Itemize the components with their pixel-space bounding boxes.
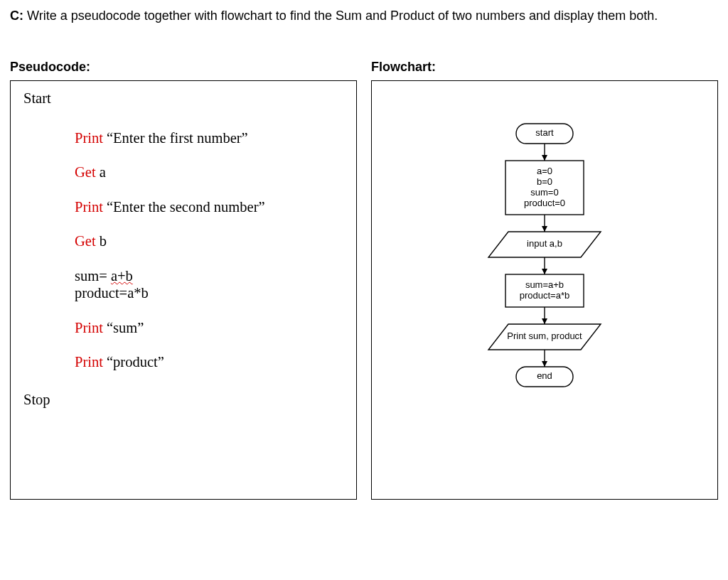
flowchart-svg: starta=0b=0sum=0product=0input a,bsum=a+…	[438, 117, 651, 451]
question-text: C: Write a pseudocode together with flow…	[10, 7, 718, 24]
svg-text:sum=0: sum=0	[530, 187, 558, 198]
keyword-print: Print	[75, 199, 103, 215]
svg-text:sum=a+b: sum=a+b	[525, 279, 564, 290]
svg-text:input a,b: input a,b	[527, 239, 562, 249]
keyword-get: Get	[75, 233, 96, 249]
keyword-print: Print	[75, 354, 103, 370]
text-sum-quoted: “sum”	[103, 320, 144, 335]
svg-text:start: start	[535, 128, 554, 139]
text-aplusb: a+b	[111, 268, 133, 284]
question-body: Write a pseudocode together with flowcha…	[27, 9, 658, 23]
keyword-print: Print	[75, 130, 103, 146]
pseudo-product-eq: product=a*b	[75, 286, 343, 301]
text-a: a	[96, 164, 106, 180]
text-enter-first: “Enter the first number”	[103, 130, 248, 146]
pseudo-sum-eq: sum= a+b	[75, 269, 343, 284]
pseudo-get-b: Get b	[75, 234, 343, 249]
svg-text:product=a*b: product=a*b	[520, 290, 569, 301]
pseudo-print-first: Print “Enter the first number”	[75, 131, 343, 146]
text-enter-second: “Enter the second number”	[103, 199, 265, 215]
text-product-quoted: “product”	[103, 354, 164, 370]
pseudo-print-product: Print “product”	[75, 355, 343, 370]
svg-text:Print sum, product: Print sum, product	[507, 331, 582, 342]
pseudo-print-second: Print “Enter the second number”	[75, 200, 343, 215]
svg-text:product=0: product=0	[524, 198, 565, 208]
text-sum-eq: sum=	[75, 268, 111, 284]
pseudocode-box: Start Print “Enter the first number” Get…	[10, 80, 357, 500]
two-column-layout: Pseudocode: Start Print “Enter the first…	[10, 60, 718, 500]
text-b: b	[96, 233, 107, 249]
svg-text:end: end	[537, 371, 552, 382]
pseudo-start: Start	[23, 91, 343, 106]
svg-text:b=0: b=0	[537, 176, 552, 187]
keyword-print: Print	[75, 320, 103, 335]
flowchart-column: Flowchart: starta=0b=0sum=0product=0inpu…	[371, 60, 718, 500]
question-label: C:	[10, 9, 23, 23]
pseudo-stop: Stop	[23, 392, 343, 407]
flowchart-box: starta=0b=0sum=0product=0input a,bsum=a+…	[371, 80, 718, 500]
pseudocode-column: Pseudocode: Start Print “Enter the first…	[10, 60, 357, 500]
keyword-get: Get	[75, 164, 96, 180]
pseudocode-heading: Pseudocode:	[10, 60, 357, 75]
flowchart-heading: Flowchart:	[371, 60, 718, 75]
svg-text:a=0: a=0	[537, 166, 552, 176]
pseudo-get-a: Get a	[75, 165, 343, 180]
pseudo-print-sum: Print “sum”	[75, 321, 343, 335]
